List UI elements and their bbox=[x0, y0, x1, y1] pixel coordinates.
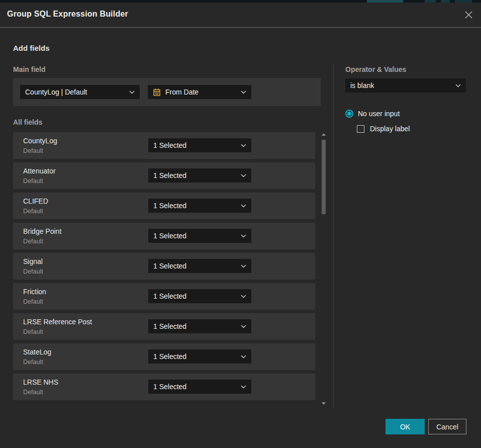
group-sql-expression-builder-dialog: Group SQL Expression Builder Add fields … bbox=[0, 3, 481, 448]
field-selected-value: 1 Selected bbox=[153, 232, 237, 240]
main-field-source-value: CountyLog | Default bbox=[25, 88, 125, 96]
field-selected-dropdown[interactable]: 1 Selected bbox=[148, 380, 251, 394]
main-field-name-select[interactable]: From Date bbox=[148, 85, 251, 99]
dialog-titlebar: Group SQL Expression Builder bbox=[0, 3, 481, 28]
all-fields-list: CountyLog Default 1 Selected Attenuator … bbox=[13, 132, 315, 404]
field-row: StateLog Default 1 Selected bbox=[13, 343, 315, 370]
field-selected-dropdown[interactable]: 1 Selected bbox=[148, 168, 251, 183]
field-selected-dropdown[interactable]: 1 Selected bbox=[148, 259, 251, 273]
chevron-down-icon bbox=[129, 91, 135, 94]
no-user-input-radio[interactable]: No user input bbox=[345, 110, 400, 118]
calendar-icon bbox=[153, 88, 161, 97]
field-row: Friction Default 1 Selected bbox=[13, 283, 315, 310]
chevron-down-icon bbox=[241, 144, 246, 147]
field-name: StateLog bbox=[23, 348, 51, 356]
field-row: Signal Default 1 Selected bbox=[13, 253, 315, 280]
operator-values-label: Operator & Values bbox=[345, 65, 406, 73]
main-field-name-value: From Date bbox=[165, 88, 237, 96]
field-selected-value: 1 Selected bbox=[153, 352, 237, 361]
field-selected-dropdown[interactable]: 1 Selected bbox=[148, 138, 251, 152]
field-sublabel: Default bbox=[23, 238, 43, 245]
checkbox-unchecked-icon bbox=[357, 125, 364, 133]
field-sublabel: Default bbox=[23, 359, 43, 366]
cancel-button[interactable]: Cancel bbox=[428, 419, 466, 434]
field-selected-value: 1 Selected bbox=[153, 262, 237, 270]
field-sublabel: Default bbox=[23, 298, 43, 305]
field-selected-value: 1 Selected bbox=[153, 202, 237, 210]
scroll-up-icon[interactable] bbox=[320, 132, 327, 137]
field-selected-dropdown[interactable]: 1 Selected bbox=[148, 289, 251, 303]
field-name: Friction bbox=[23, 288, 46, 296]
chevron-down-icon bbox=[241, 325, 246, 328]
radio-label: No user input bbox=[358, 110, 400, 118]
field-sublabel: Default bbox=[23, 328, 43, 335]
field-row: CountyLog Default 1 Selected bbox=[13, 132, 315, 159]
chevron-down-icon bbox=[241, 234, 246, 238]
chevron-down-icon bbox=[241, 295, 246, 298]
field-name: CLIFED bbox=[23, 197, 48, 205]
ok-button[interactable]: OK bbox=[386, 419, 425, 434]
operator-value: is blank bbox=[350, 81, 451, 89]
field-sublabel: Default bbox=[23, 147, 43, 154]
field-name: Attenuator bbox=[23, 167, 56, 175]
field-selected-dropdown[interactable]: 1 Selected bbox=[148, 349, 251, 364]
field-selected-dropdown[interactable]: 1 Selected bbox=[148, 229, 251, 243]
main-field-panel: CountyLog | Default From Date bbox=[13, 78, 321, 106]
field-name: Bridge Point bbox=[23, 227, 61, 235]
field-name: CountyLog bbox=[23, 137, 57, 145]
chevron-down-icon bbox=[241, 355, 246, 359]
close-icon[interactable] bbox=[463, 9, 474, 20]
field-selected-value: 1 Selected bbox=[153, 171, 237, 180]
display-label-checkbox[interactable]: Display label bbox=[357, 125, 410, 133]
field-row: LRSE Reference Post Default 1 Selected bbox=[13, 313, 315, 340]
scrollbar-thumb[interactable] bbox=[322, 140, 326, 214]
chevron-down-icon bbox=[455, 84, 461, 87]
chevron-down-icon bbox=[241, 264, 246, 268]
field-row: Attenuator Default 1 Selected bbox=[13, 162, 315, 189]
field-name: LRSE Reference Post bbox=[23, 318, 92, 326]
panel-divider bbox=[333, 64, 334, 408]
field-row: LRSE NHS Default 1 Selected bbox=[13, 374, 315, 400]
scroll-down-icon[interactable] bbox=[320, 401, 327, 406]
all-fields-label: All fields bbox=[13, 118, 42, 126]
field-sublabel: Default bbox=[23, 177, 43, 185]
field-selected-value: 1 Selected bbox=[153, 322, 237, 330]
field-selected-value: 1 Selected bbox=[153, 292, 237, 300]
chevron-down-icon bbox=[241, 174, 246, 177]
field-selected-dropdown[interactable]: 1 Selected bbox=[148, 199, 251, 213]
field-name: Signal bbox=[23, 257, 43, 265]
chevron-down-icon bbox=[241, 91, 246, 94]
field-sublabel: Default bbox=[23, 389, 43, 396]
field-row: CLIFED Default 1 Selected bbox=[13, 193, 315, 219]
main-field-label: Main field bbox=[13, 65, 46, 73]
list-scrollbar[interactable] bbox=[320, 132, 327, 406]
dialog-title: Group SQL Expression Builder bbox=[7, 10, 128, 19]
field-selected-value: 1 Selected bbox=[153, 383, 237, 391]
add-fields-heading: Add fields bbox=[13, 44, 50, 52]
operator-select[interactable]: is blank bbox=[345, 78, 466, 93]
radio-selected-icon bbox=[345, 110, 353, 118]
chevron-down-icon bbox=[241, 204, 246, 208]
main-field-source-select[interactable]: CountyLog | Default bbox=[20, 85, 140, 99]
field-sublabel: Default bbox=[23, 268, 43, 275]
field-row: Bridge Point Default 1 Selected bbox=[13, 223, 315, 249]
field-selected-dropdown[interactable]: 1 Selected bbox=[148, 319, 251, 333]
checkbox-label: Display label bbox=[370, 125, 410, 133]
field-sublabel: Default bbox=[23, 208, 43, 215]
field-name: LRSE NHS bbox=[23, 378, 58, 386]
chevron-down-icon bbox=[241, 385, 246, 389]
field-selected-value: 1 Selected bbox=[153, 141, 237, 149]
